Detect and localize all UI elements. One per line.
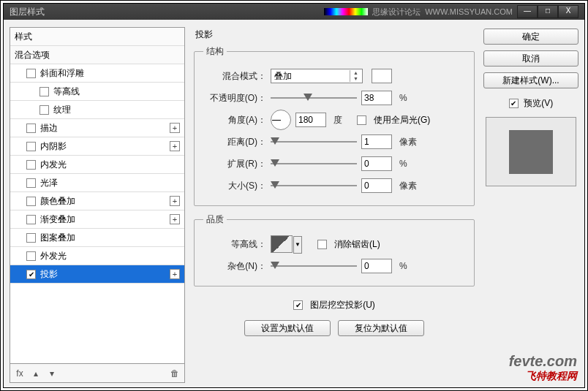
item-pattern-overlay[interactable]: 图案叠加 <box>10 229 184 247</box>
antialias-checkbox[interactable] <box>317 240 327 249</box>
color-bar <box>324 8 368 15</box>
checkbox[interactable] <box>26 142 36 151</box>
preview-checkbox[interactable]: ✔ <box>509 99 519 108</box>
item-contour[interactable]: 等高线 <box>10 83 184 101</box>
add-icon[interactable]: + <box>170 196 180 206</box>
item-bevel[interactable]: 斜面和浮雕 <box>10 64 184 83</box>
checkbox[interactable] <box>26 215 36 224</box>
global-light-label: 使用全局光(G) <box>374 114 430 126</box>
window-title: 图层样式 <box>10 6 45 18</box>
add-icon[interactable]: + <box>170 123 180 133</box>
arrow-up-icon[interactable]: ▴ <box>31 368 41 379</box>
item-outer-glow[interactable]: 外发光 <box>10 247 184 265</box>
arrow-down-icon[interactable]: ▾ <box>47 368 57 379</box>
checkbox[interactable] <box>26 160 36 170</box>
checkbox[interactable] <box>26 233 36 243</box>
item-texture[interactable]: 纹理 <box>10 101 184 119</box>
add-icon[interactable]: + <box>170 141 180 151</box>
checkbox[interactable] <box>26 197 36 206</box>
set-default-button[interactable]: 设置为默认值 <box>244 320 331 336</box>
blend-mode-select[interactable]: 叠加 ▲▼ <box>271 69 363 83</box>
distance-label: 距离(D)： <box>203 136 266 148</box>
distance-input[interactable] <box>361 134 392 149</box>
trash-icon[interactable]: 🗑 <box>170 368 180 379</box>
titlebar: 图层样式 思缘设计论坛 WWW.MISSYUAN.COM — □ X <box>4 4 584 20</box>
brand-url: WWW.MISSYUAN.COM <box>425 7 513 16</box>
item-satin[interactable]: 光泽 <box>10 174 184 192</box>
blend-mode-label: 混合模式： <box>203 70 266 83</box>
preview-swatch <box>509 130 553 174</box>
structure-legend: 结构 <box>203 45 227 58</box>
add-icon[interactable]: + <box>170 214 180 224</box>
noise-label: 杂色(N)： <box>203 260 266 273</box>
contour-label: 等高线： <box>203 238 266 251</box>
item-color-overlay[interactable]: 颜色叠加+ <box>10 192 184 210</box>
spread-label: 扩展(R)： <box>203 158 266 170</box>
spread-slider[interactable] <box>271 158 357 170</box>
global-light-checkbox[interactable] <box>357 115 366 125</box>
checkbox[interactable] <box>26 251 36 261</box>
opacity-label: 不透明度(O)： <box>203 92 266 105</box>
cancel-button[interactable]: 取消 <box>483 50 578 67</box>
spread-input[interactable] <box>361 156 392 171</box>
distance-slider[interactable] <box>271 136 357 148</box>
knockout-label: 图层挖空投影(U) <box>310 299 375 311</box>
noise-input[interactable] <box>361 259 392 273</box>
reset-default-button[interactable]: 复位为默认值 <box>338 320 424 336</box>
checkbox[interactable] <box>26 124 36 133</box>
item-inner-glow[interactable]: 内发光 <box>10 156 184 174</box>
checkbox[interactable]: ✔ <box>26 270 36 279</box>
contour-picker[interactable]: ▼ <box>271 235 293 253</box>
angle-input[interactable] <box>295 113 326 127</box>
opacity-input[interactable] <box>361 91 392 105</box>
color-swatch[interactable] <box>372 69 392 83</box>
blend-options-header[interactable]: 混合选项 <box>10 46 184 64</box>
checkbox[interactable] <box>39 105 49 115</box>
item-drop-shadow[interactable]: ✔投影+ <box>10 265 184 284</box>
styles-header[interactable]: 样式 <box>10 28 184 46</box>
quality-legend: 品质 <box>203 213 227 226</box>
size-slider[interactable] <box>271 180 357 191</box>
panel-title: 投影 <box>195 29 475 41</box>
knockout-checkbox[interactable]: ✔ <box>293 300 303 310</box>
preview-label: 预览(V) <box>524 98 553 108</box>
minimize-button[interactable]: — <box>517 5 538 18</box>
list-footer: fx ▴ ▾ 🗑 <box>10 364 185 383</box>
checkbox[interactable] <box>26 178 36 188</box>
opacity-slider[interactable] <box>271 92 357 104</box>
brand-text: 思缘设计论坛 <box>372 7 421 18</box>
angle-label: 角度(A)： <box>203 114 266 126</box>
size-input[interactable] <box>361 178 392 193</box>
size-label: 大小(S)： <box>203 180 266 192</box>
structure-group: 结构 混合模式： 叠加 ▲▼ 不透明度(O)： % 角度(A)： <box>194 45 475 206</box>
fx-icon[interactable]: fx <box>15 368 25 379</box>
quality-group: 品质 等高线： ▼ 消除锯齿(L) 杂色(N)： % <box>194 213 475 286</box>
item-gradient-overlay[interactable]: 渐变叠加+ <box>10 210 184 229</box>
ok-button[interactable]: 确定 <box>483 29 578 45</box>
new-style-button[interactable]: 新建样式(W)... <box>483 72 578 88</box>
preview-box <box>486 117 576 186</box>
item-inner-shadow[interactable]: 内阴影+ <box>10 137 184 156</box>
add-icon[interactable]: + <box>170 269 180 279</box>
close-button[interactable]: X <box>558 5 578 18</box>
maximize-button[interactable]: □ <box>538 5 558 18</box>
checkbox[interactable] <box>39 87 49 96</box>
dialog-window: 图层样式 思缘设计论坛 WWW.MISSYUAN.COM — □ X 样式 混合… <box>3 3 585 388</box>
antialias-label: 消除锯齿(L) <box>334 238 380 251</box>
noise-slider[interactable] <box>271 260 357 272</box>
style-list: 样式 混合选项 斜面和浮雕 等高线 纹理 描边+ 内阴影+ 内发光 光泽 颜色叠… <box>10 27 185 364</box>
item-stroke[interactable]: 描边+ <box>10 119 184 137</box>
angle-dial[interactable] <box>271 110 291 130</box>
chevron-down-icon[interactable]: ▼ <box>293 236 302 254</box>
checkbox[interactable] <box>26 69 36 78</box>
